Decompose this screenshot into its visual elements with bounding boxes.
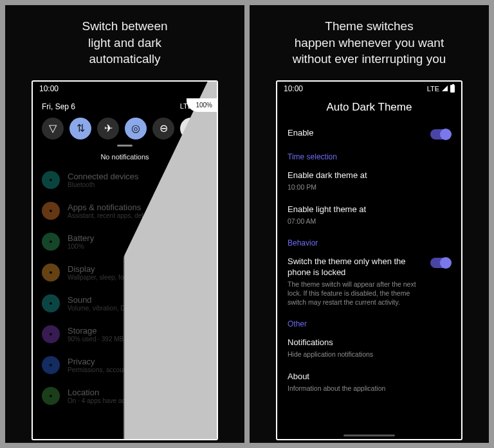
rotate-icon: ↻ — [187, 122, 196, 134]
status-bar: 10:00 — [33, 82, 217, 96]
text: without ever interrupting you — [293, 52, 446, 66]
settings-row[interactable]: •SoundVolume, vibration, Do Not Disturb — [39, 288, 210, 319]
status-time: 10:00 — [39, 84, 59, 93]
phone-mock-left: 10:00 100% Fri, Sep 6 LTE ▽ ⇅ ✈ ◎ ⊖ ↻ No… — [32, 80, 218, 440]
settings-sub: 100% — [68, 243, 94, 250]
pref-sub: Hide application notifications — [288, 350, 444, 359]
status-bar: 10:00 LTE — [277, 82, 461, 96]
pref-sub: Information about the application — [288, 384, 444, 393]
qs-rotate-tile[interactable]: ↻ — [180, 118, 202, 139]
text: Theme switches — [325, 19, 413, 33]
pref-sub: The theme switch will appear after the n… — [288, 280, 424, 307]
pref-enable[interactable]: Enable — [288, 123, 451, 147]
category-other: Other — [288, 314, 451, 332]
settings-row[interactable]: •Storage90% used · 392 MB free — [39, 319, 210, 350]
settings-sub: Wallpaper, sleep, font size — [68, 274, 142, 281]
qs-wifi-tile[interactable]: ▽ — [42, 118, 64, 139]
text-bold: whenever — [338, 36, 391, 49]
dnd-icon: ⊖ — [160, 122, 168, 134]
settings-sub: On · 4 apps have access to location — [68, 397, 169, 404]
toggle-lock-only[interactable] — [430, 258, 451, 268]
pref-title: About — [288, 372, 444, 382]
battery-icon: • — [42, 233, 60, 251]
settings-title: Battery — [68, 233, 94, 243]
settings-row[interactable]: •Apps & notificationsAssistant, recent a… — [39, 195, 210, 226]
sound-icon: • — [42, 294, 60, 312]
airplane-icon: ✈ — [104, 122, 113, 134]
battery-icon — [450, 85, 455, 93]
pref-dark-time[interactable]: Enable dark theme at 10:00 PM — [288, 165, 451, 199]
wifi-icon: ▽ — [49, 122, 57, 134]
location-icon: • — [42, 387, 60, 405]
settings-sub: 90% used · 392 MB free — [68, 336, 136, 343]
settings-title: Location — [68, 388, 169, 397]
settings-row[interactable]: •LocationOn · 4 apps have access to loca… — [39, 381, 210, 411]
pref-title: Notifications — [288, 337, 444, 348]
pref-title: Enable light theme at — [288, 204, 444, 215]
pref-light-time[interactable]: Enable light theme at 07:00 AM — [288, 199, 451, 233]
settings-sub: Assistant, recent apps, default apps — [68, 212, 169, 219]
phone-mock-right: 10:00 LTE Auto Dark Theme Enable Time se… — [276, 80, 462, 440]
settings-row[interactable]: •DisplayWallpaper, sleep, font size — [39, 257, 210, 288]
qs-date: Fri, Sep 6 — [42, 102, 75, 111]
pref-title: Enable — [288, 128, 424, 139]
settings-list: •Connected devicesBluetooth•Apps & notif… — [33, 165, 217, 411]
settings-title: Connected devices — [68, 172, 139, 181]
privacy-icon: • — [42, 356, 60, 374]
qs-drag-handle[interactable] — [117, 145, 133, 147]
home-gesture-handle[interactable] — [343, 435, 395, 436]
toggle-enable[interactable] — [430, 129, 451, 139]
pref-value: 10:00 PM — [288, 183, 444, 192]
location-pin-icon: ◎ — [131, 122, 140, 134]
text: automatically — [89, 52, 161, 66]
preferences-list: Enable Time selection Enable dark theme … — [277, 123, 461, 401]
display-icon: • — [42, 264, 60, 282]
storage-icon: • — [42, 325, 60, 343]
settings-title: Apps & notifications — [68, 202, 169, 212]
pref-title: Switch the theme only when the phone is … — [288, 256, 424, 278]
pref-notifications[interactable]: Notifications Hide application notificat… — [288, 332, 451, 366]
text: and — [111, 36, 138, 49]
settings-row[interactable]: •Battery100% — [39, 226, 210, 257]
promo-panel-right: Theme switches happen whenever you want … — [250, 5, 489, 443]
text-bold: light — [88, 36, 111, 49]
settings-sub: Bluetooth — [68, 181, 139, 188]
qs-dnd-tile[interactable]: ⊖ — [152, 118, 174, 139]
network-label: LTE — [427, 85, 439, 93]
text-bold: dark — [138, 36, 161, 49]
quick-settings-row: ▽ ⇅ ✈ ◎ ⊖ ↻ — [33, 111, 217, 143]
pref-lock-only[interactable]: Switch the theme only when the phone is … — [288, 251, 451, 314]
pref-about[interactable]: About Information about the application — [288, 366, 451, 400]
apps-icon: • — [42, 202, 60, 220]
pref-value: 07:00 AM — [288, 217, 444, 226]
category-behavior: Behavior — [288, 233, 451, 251]
settings-title: Sound — [68, 295, 163, 305]
page-title: Auto Dark Theme — [277, 96, 461, 123]
qs-airplane-tile[interactable]: ✈ — [97, 118, 119, 139]
headline-left: Switch between light and dark automatica… — [82, 18, 167, 67]
text: you want — [392, 36, 444, 49]
battery-pill: 100% — [187, 98, 217, 112]
settings-title: Display — [68, 264, 142, 274]
settings-row[interactable]: •Connected devicesBluetooth — [39, 165, 210, 195]
data-icon: ⇅ — [77, 122, 85, 134]
promo-panel-left: Switch between light and dark automatica… — [5, 5, 244, 443]
settings-row[interactable]: •PrivacyPermissions, account activity, p… — [39, 350, 210, 381]
text: Switch between — [82, 19, 167, 33]
settings-title: Storage — [68, 326, 136, 336]
settings-sub: Permissions, account activity, personal … — [68, 366, 192, 373]
no-notifications-label: No notifications — [33, 152, 217, 165]
settings-sub: Volume, vibration, Do Not Disturb — [68, 305, 163, 312]
status-time: 10:00 — [284, 84, 303, 93]
devices-icon: • — [42, 171, 60, 189]
category-time: Time selection — [288, 147, 451, 165]
pref-title: Enable dark theme at — [288, 170, 444, 181]
settings-title: Privacy — [68, 357, 192, 366]
qs-location-tile[interactable]: ◎ — [125, 118, 147, 139]
headline-right: Theme switches happen whenever you want … — [293, 18, 446, 67]
signal-icon — [442, 85, 448, 91]
text: happen — [295, 36, 339, 49]
qs-data-tile[interactable]: ⇅ — [69, 118, 91, 139]
